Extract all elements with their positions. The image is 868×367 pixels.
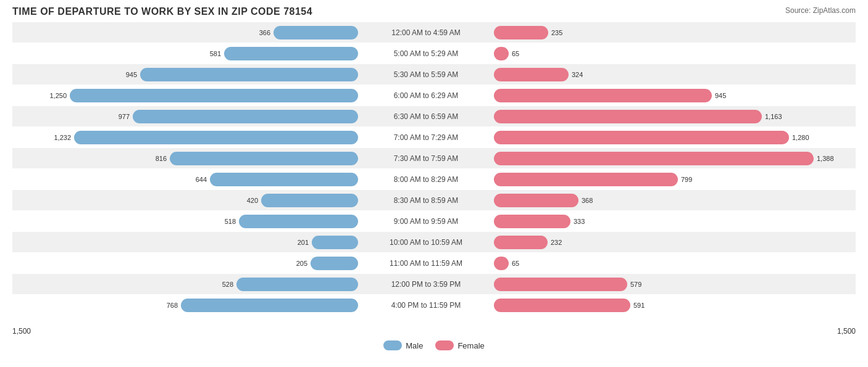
bar-row: 9776:30 AM to 6:59 AM1,163: [12, 106, 856, 126]
time-label: 12:00 PM to 3:59 PM: [358, 280, 494, 289]
time-label: 7:30 AM to 7:59 AM: [358, 154, 494, 163]
bar-row: 1,2327:00 AM to 7:29 AM1,280: [12, 127, 856, 147]
male-bar: [311, 257, 358, 270]
bar-row: 20511:00 AM to 11:59 AM65: [12, 253, 856, 273]
bar-row: 52812:00 PM to 3:59 PM579: [12, 274, 856, 294]
male-bar: [181, 299, 358, 312]
bar-row: 1,2506:00 AM to 6:29 AM945: [12, 85, 856, 105]
male-bar: [312, 236, 358, 249]
female-value: 1,280: [792, 134, 809, 141]
time-label: 4:00 PM to 11:59 PM: [358, 301, 494, 310]
male-value: 581: [199, 50, 221, 57]
female-bar: [494, 47, 509, 60]
axis-labels: 1,500 1,500: [12, 327, 856, 336]
male-bar: [210, 173, 358, 186]
female-bar: [494, 110, 762, 123]
female-value: 579: [630, 281, 641, 288]
male-label: Male: [406, 341, 423, 350]
legend: Male Female: [12, 340, 856, 350]
male-value: 205: [286, 260, 307, 267]
male-bar: [273, 26, 358, 39]
female-bar: [494, 215, 570, 228]
source-label: Source: ZipAtlas.com: [785, 6, 856, 15]
male-value: 528: [212, 281, 233, 288]
female-value: 368: [582, 197, 593, 204]
female-bar: [494, 299, 630, 312]
bar-row: 20110:00 AM to 10:59 AM232: [12, 232, 856, 252]
female-bar: [494, 257, 509, 270]
female-value: 65: [512, 50, 519, 57]
female-value: 1,388: [817, 155, 834, 162]
male-bar: [236, 278, 358, 291]
male-value: 366: [249, 29, 270, 36]
time-label: 12:00 AM to 4:59 AM: [358, 28, 494, 37]
bar-row: 8167:30 AM to 7:59 AM1,388: [12, 148, 856, 168]
female-value: 1,163: [765, 113, 782, 120]
female-bar: [494, 152, 814, 165]
time-label: 5:00 AM to 5:29 AM: [358, 49, 494, 58]
male-swatch: [383, 340, 402, 350]
male-bar: [170, 152, 358, 165]
female-bar: [494, 26, 548, 39]
female-value: 232: [551, 239, 562, 246]
bar-row: 4208:30 AM to 8:59 AM368: [12, 190, 856, 210]
male-bar: [133, 110, 358, 123]
male-bar: [239, 215, 358, 228]
male-value: 1,232: [49, 134, 71, 141]
bar-row: 5815:00 AM to 5:29 AM65: [12, 43, 856, 64]
female-bar: [494, 236, 548, 249]
female-value: 235: [551, 29, 562, 36]
male-value: 945: [115, 71, 137, 78]
female-bar: [494, 89, 712, 102]
female-bar: [494, 131, 789, 144]
time-label: 8:00 AM to 8:29 AM: [358, 175, 494, 184]
time-label: 5:30 AM to 5:59 AM: [358, 70, 494, 79]
time-label: 8:30 AM to 8:59 AM: [358, 196, 494, 205]
female-value: 65: [512, 260, 519, 267]
chart-title: TIME OF DEPARTURE TO WORK BY SEX IN ZIP …: [12, 6, 856, 17]
female-value: 591: [633, 302, 645, 309]
female-bar: [494, 68, 569, 81]
male-bar: [74, 131, 358, 144]
time-label: 11:00 AM to 11:59 AM: [358, 259, 494, 268]
male-value: 1,250: [45, 92, 67, 99]
time-label: 10:00 AM to 10:59 AM: [358, 238, 494, 247]
female-bar: [494, 194, 578, 207]
male-value: 977: [108, 113, 130, 120]
female-bar: [494, 278, 627, 291]
female-value: 333: [574, 218, 585, 225]
male-value: 420: [236, 197, 258, 204]
male-value: 644: [185, 176, 207, 183]
male-value: 816: [145, 155, 167, 162]
legend-female: Female: [435, 340, 484, 350]
male-bar: [70, 89, 358, 102]
legend-male: Male: [383, 340, 423, 350]
bar-row: 5189:00 AM to 9:59 AM333: [12, 211, 856, 231]
time-label: 6:00 AM to 6:29 AM: [358, 91, 494, 100]
time-label: 6:30 AM to 6:59 AM: [358, 112, 494, 121]
female-label: Female: [457, 341, 484, 350]
male-value: 518: [214, 218, 236, 225]
bar-row: 7684:00 PM to 11:59 PM591: [12, 295, 856, 315]
female-value: 945: [715, 92, 726, 99]
bar-row: 36612:00 AM to 4:59 AM235: [12, 22, 856, 43]
male-value: 201: [287, 239, 309, 246]
time-label: 9:00 AM to 9:59 AM: [358, 217, 494, 226]
chart-container: TIME OF DEPARTURE TO WORK BY SEX IN ZIP …: [0, 0, 868, 367]
female-bar: [494, 173, 678, 186]
bar-row: 6448:00 AM to 8:29 AM799: [12, 169, 856, 189]
male-bar: [261, 194, 358, 207]
axis-right: 1,500: [837, 327, 856, 336]
axis-left: 1,500: [12, 327, 31, 336]
male-value: 768: [156, 302, 178, 309]
female-swatch: [435, 340, 454, 350]
female-value: 799: [681, 176, 692, 183]
male-bar: [140, 68, 358, 81]
bar-row: 9455:30 AM to 5:59 AM324: [12, 64, 856, 85]
female-value: 324: [572, 71, 583, 78]
time-label: 7:00 AM to 7:29 AM: [358, 133, 494, 142]
male-bar: [224, 47, 358, 60]
